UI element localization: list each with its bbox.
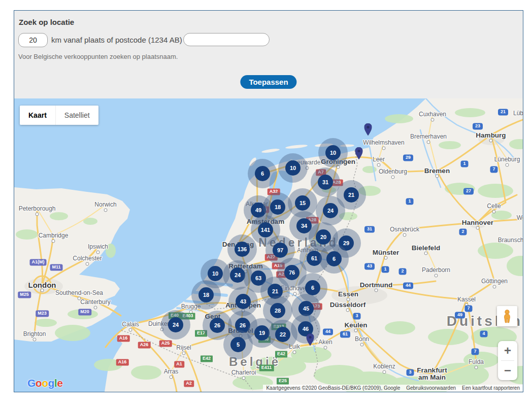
road-badge-4: 4 <box>480 330 487 337</box>
location-input[interactable] <box>183 33 270 46</box>
road-badge-a16: A16 <box>116 359 129 365</box>
map-cluster[interactable]: 10 <box>278 153 308 183</box>
radius-label: km vanaf plaats of postcode (1234 AB) <box>51 36 182 44</box>
map-cluster-count: 18 <box>198 287 214 302</box>
map-cluster-count: 21 <box>344 187 359 202</box>
map-city-dot <box>383 370 386 374</box>
map-cluster-count: 10 <box>325 145 341 160</box>
map-city-dot <box>360 343 364 347</box>
road-badge-7: 7 <box>490 166 497 173</box>
road-badge-a25: A25 <box>159 340 172 347</box>
map-city-dot <box>435 274 438 278</box>
map-city-label: Koblenz <box>373 363 395 370</box>
google-logo-letter: g <box>48 377 54 389</box>
zoom-in-button[interactable]: + <box>498 341 517 360</box>
zoom-out-button[interactable]: − <box>498 361 517 380</box>
road-badge-a1m: A1(M) <box>30 259 47 265</box>
map-city-label: London <box>28 281 56 289</box>
map-city-dot <box>475 366 478 369</box>
pegman-button[interactable] <box>497 306 517 326</box>
map-cluster[interactable]: 24 <box>316 196 345 225</box>
road-badge-49: 49 <box>455 312 465 318</box>
map-city-label: Lüneburg <box>494 156 520 163</box>
store-locator-panel: Zoek op locatie km vanaf plaats of postc… <box>14 10 523 392</box>
map-city-label: Paderborn <box>422 266 450 274</box>
road-badge-27: 27 <box>463 188 474 194</box>
tab-map[interactable]: Kaart <box>20 106 55 125</box>
map-cluster-count: 24 <box>323 203 338 218</box>
map-city-label: Southend-on-Sea <box>55 289 103 296</box>
map-cluster[interactable]: 10 <box>318 138 348 167</box>
google-logo[interactable]: Google <box>27 377 62 389</box>
map-cluster-count: 6 <box>255 166 270 181</box>
attribution-data: Kaartgegevens ©2020 GeoBasis-DE/BKG (©20… <box>263 385 403 391</box>
road-badge-44: 44 <box>403 282 413 289</box>
map-city-dot <box>104 209 108 212</box>
map-canvas[interactable]: PeterboroughNorwichCambridgeIpswichColch… <box>14 98 523 392</box>
road-badge-a1: A1 <box>174 361 184 367</box>
map-cluster-count: 43 <box>236 294 251 309</box>
road-badge-e42: E42 <box>275 351 287 357</box>
map-cluster-count: 76 <box>284 265 300 280</box>
map-city-dot <box>346 309 350 312</box>
map-cluster[interactable]: 31 <box>311 167 340 197</box>
map-cluster[interactable]: 136 <box>227 234 257 264</box>
map-cluster-count: 18 <box>270 199 285 215</box>
map-city-label: Braunsch <box>498 236 523 244</box>
map-city-dot <box>506 163 509 167</box>
road-badge-m20: M20 <box>78 309 91 315</box>
map-cluster-count: 19 <box>254 325 270 341</box>
map-cluster[interactable]: 24 <box>161 310 190 340</box>
map-city-dot <box>52 240 55 243</box>
map-pin[interactable] <box>355 147 363 161</box>
road-badge-1: 1 <box>460 160 468 167</box>
road-badge-44: 44 <box>323 328 333 335</box>
map-city-label: Essen <box>338 290 358 298</box>
map-pin[interactable] <box>307 333 314 348</box>
map-city-label: Aken <box>318 339 332 346</box>
map-cluster[interactable]: 6 <box>319 244 349 274</box>
map-city-label: Arras <box>164 368 179 375</box>
map-city-label: Osnabrück <box>390 226 419 233</box>
report-error-link[interactable]: Een kaartfout rapporteren <box>459 385 523 391</box>
map-cluster[interactable]: 18 <box>191 280 221 310</box>
map-city-label: Bielefeld <box>412 244 440 252</box>
radius-input[interactable] <box>18 33 48 47</box>
map-city-label: Münster <box>373 249 400 256</box>
road-badge-e42: E42 <box>201 355 213 362</box>
apply-button[interactable]: Toepassen <box>240 75 296 89</box>
form-title: Zoek op locatie <box>19 18 74 26</box>
map-cluster-count: 24 <box>168 317 183 332</box>
road-badge-43: 43 <box>364 263 375 269</box>
road-badge-e25: E25 <box>277 378 289 384</box>
google-logo-letter: G <box>27 377 36 389</box>
map-city-label: Göttingen <box>481 278 508 285</box>
map-city-label: Dortmund <box>360 281 393 289</box>
map-cluster-count: 22 <box>275 327 290 342</box>
map-city-label: Cuxhaven <box>419 111 446 118</box>
road-badge-7: 7 <box>464 305 472 312</box>
map-city-label: Lüb <box>513 110 523 117</box>
map-city-label: Leer <box>373 156 385 163</box>
map-pin[interactable] <box>364 123 372 138</box>
terms-link[interactable]: Gebruiksvoorwaarden <box>403 385 459 391</box>
road-badge-m25: M25 <box>18 291 31 298</box>
map-cluster[interactable]: 5 <box>223 330 253 359</box>
map-city-dot <box>375 289 378 292</box>
search-form: Zoek op locatie km vanaf plaats of postc… <box>14 11 523 98</box>
map-city-dot <box>129 328 132 332</box>
map-city-dot <box>86 262 89 266</box>
road-badge-a2: A2 <box>184 380 194 387</box>
map-city-dot <box>170 376 173 379</box>
map-city-dot <box>493 285 496 289</box>
map-city-label: Cambridge <box>39 232 69 239</box>
map-city-label: Brighton <box>23 330 46 337</box>
map-cluster[interactable]: 46 <box>291 314 320 344</box>
zoom-control: + − <box>498 341 517 380</box>
map-city-dot <box>33 338 37 342</box>
tab-satellite[interactable]: Satelliet <box>55 106 98 125</box>
map-cluster[interactable]: 6 <box>248 159 277 188</box>
google-logo-letter: o <box>36 377 42 389</box>
map-city-dot <box>382 147 386 150</box>
map-city-dot <box>96 251 100 254</box>
